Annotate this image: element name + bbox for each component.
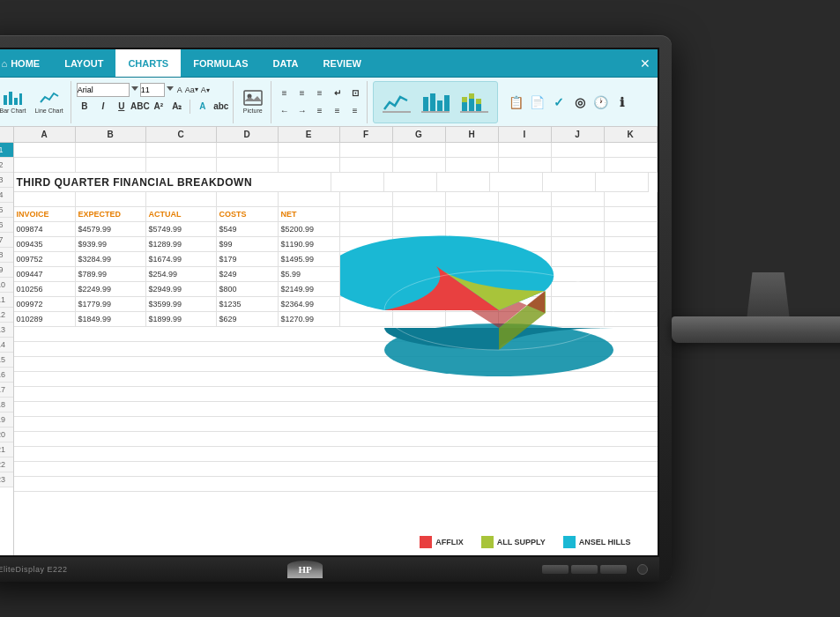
spreadsheet-title[interactable]: THIRD QUARTER FINANCIAL BREAKDOWN (14, 173, 331, 192)
indent-right-button[interactable]: → (294, 103, 310, 119)
merge-button[interactable]: ⊡ (347, 85, 363, 101)
bold-button[interactable]: B (77, 99, 93, 115)
cell-b2[interactable] (76, 158, 146, 173)
cell-h1[interactable] (446, 143, 499, 158)
cell-j2[interactable] (552, 158, 605, 173)
cell-i1[interactable] (499, 143, 552, 158)
cell-h3[interactable] (437, 173, 490, 192)
cell-k3[interactable] (596, 173, 649, 192)
row-num-3: 3 (0, 173, 13, 188)
cell-j3[interactable] (543, 173, 596, 192)
row-num-15: 15 (0, 353, 13, 368)
table-row (14, 462, 658, 477)
cell-b1[interactable] (76, 143, 146, 158)
cell-g3[interactable] (384, 173, 437, 192)
col-costs[interactable]: COSTS (217, 207, 279, 222)
cell-j1[interactable] (552, 143, 605, 158)
table-row (14, 158, 658, 173)
check-icon[interactable]: ✓ (551, 94, 567, 110)
col-invoice[interactable]: INVOICE (14, 207, 76, 222)
bar-chart-icon[interactable] (420, 86, 451, 118)
strikethrough-button[interactable]: ABC (132, 99, 148, 115)
italic-button[interactable]: I (95, 99, 111, 115)
column-headers: A B C D E F G H I J K (0, 127, 658, 143)
align-top-button[interactable]: ≡ (277, 85, 293, 101)
svg-rect-10 (444, 95, 450, 111)
tab-review[interactable]: REVIEW (310, 49, 373, 77)
cell-i2[interactable] (499, 158, 552, 173)
tab-charts[interactable]: CHARTS (115, 49, 181, 77)
cell-f1[interactable] (340, 143, 393, 158)
svg-rect-11 (421, 111, 450, 113)
table-row (14, 447, 658, 462)
font-name-input[interactable] (77, 83, 130, 97)
table-row: 009972 $1779.99 $3599.99 $1235 $2364.99 (14, 297, 658, 312)
stacked-bar-icon[interactable] (458, 86, 490, 118)
superscript-button[interactable]: A² (151, 99, 167, 115)
align-bottom-button[interactable]: ≡ (312, 85, 328, 101)
monitor-bottom-bar: EliteDisplay E222 HP (0, 557, 659, 582)
highlight-button[interactable]: A (195, 99, 211, 115)
info-icon[interactable]: ℹ (614, 94, 630, 110)
tab-layout[interactable]: LAYOUT (52, 49, 115, 77)
indent-left-button[interactable]: ← (277, 103, 293, 119)
cell-d1[interactable] (217, 143, 279, 158)
monitor-button-3[interactable] (600, 565, 627, 574)
row-num-21: 21 (0, 442, 13, 457)
cell-h2[interactable] (446, 158, 499, 173)
cell-k1[interactable] (605, 143, 658, 158)
cell-k2[interactable] (605, 158, 658, 173)
underline-button[interactable]: U (114, 99, 130, 115)
table-row (14, 417, 658, 432)
col-actual[interactable]: ACTUAL (146, 207, 217, 222)
line-chart-button[interactable]: Line Chart (31, 83, 66, 122)
font-size-input[interactable] (140, 83, 165, 97)
monitor-button-2[interactable] (571, 565, 598, 574)
monitor-button-1[interactable] (542, 565, 569, 574)
align-right-button[interactable]: ≡ (347, 103, 363, 119)
subscript-button[interactable]: A₂ (169, 99, 185, 115)
cell-a1[interactable] (14, 143, 76, 158)
col-expected[interactable]: EXPECTED (76, 207, 146, 222)
clock-icon[interactable]: 🕐 (593, 94, 609, 110)
tab-home[interactable]: ⌂ HOME (0, 49, 52, 77)
power-button[interactable] (637, 564, 648, 575)
align-left-button[interactable]: ≡ (312, 103, 328, 119)
svg-rect-3 (19, 93, 22, 105)
tab-data[interactable]: DATA (261, 49, 311, 77)
abc-button[interactable]: abc (213, 99, 229, 115)
cell-g1[interactable] (393, 143, 446, 158)
table-row (14, 402, 658, 417)
col-net[interactable]: NET (279, 207, 340, 222)
row-num-11: 11 (0, 293, 13, 308)
cell-c2[interactable] (146, 158, 217, 173)
cell-d2[interactable] (217, 158, 279, 173)
col-header-k: K (605, 127, 658, 142)
cell-a2[interactable] (14, 158, 76, 173)
row-num-8: 8 (0, 248, 13, 263)
svg-rect-14 (469, 99, 474, 111)
svg-rect-13 (462, 97, 467, 102)
cell-i3[interactable] (490, 173, 543, 192)
align-center-button[interactable]: ≡ (330, 103, 346, 119)
target-icon[interactable]: ◎ (572, 94, 588, 110)
cell-g2[interactable] (393, 158, 446, 173)
cell-e2[interactable] (279, 158, 340, 173)
clipboard-icon[interactable]: 📄 (530, 94, 546, 110)
cell-c1[interactable] (146, 143, 217, 158)
col-header-d: D (217, 127, 279, 142)
svg-rect-22 (481, 536, 494, 548)
wrap-button[interactable]: ↵ (330, 85, 346, 101)
align-mid-button[interactable]: ≡ (294, 85, 310, 101)
tab-formulas[interactable]: FORMULAS (181, 49, 260, 77)
svg-rect-8 (430, 93, 435, 111)
cell-f2[interactable] (340, 158, 393, 173)
tasks-icon[interactable]: 📋 (509, 94, 524, 110)
cell-e1[interactable] (279, 143, 340, 158)
col-header-i: I (499, 127, 552, 142)
line-chart-icon[interactable] (381, 86, 413, 118)
bar-chart-button[interactable]: Bar Chart (0, 83, 29, 122)
picture-button[interactable]: Picture (239, 83, 267, 122)
cell-f3[interactable] (331, 173, 384, 192)
close-button[interactable]: ✕ (633, 49, 658, 77)
